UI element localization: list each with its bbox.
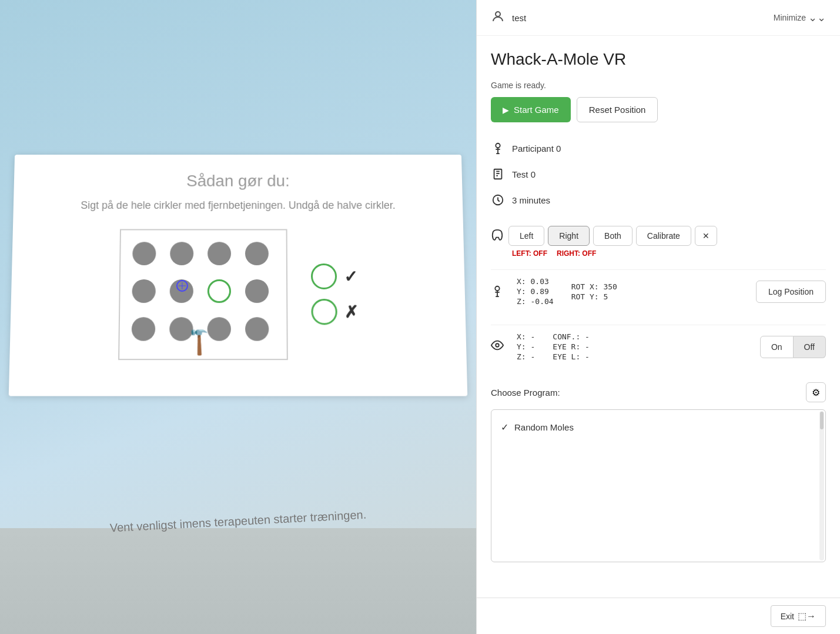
example-correct: ✓: [310, 263, 357, 289]
rot-y: ROT Y: 5: [571, 292, 617, 301]
both-button[interactable]: Both: [593, 226, 632, 246]
close-controller-button[interactable]: ✕: [695, 226, 717, 246]
clipboard-icon: [491, 167, 505, 181]
test-name: Test 0: [512, 169, 536, 179]
crosshair: [176, 280, 188, 292]
left-label: Left: [520, 231, 533, 241]
grid-dot: [132, 279, 155, 303]
eye-z: Z: -: [517, 352, 535, 361]
calibrate-button[interactable]: Calibrate: [636, 226, 691, 246]
program-item[interactable]: ✓ Random Moles: [498, 417, 818, 438]
left-status: LEFT: OFF: [512, 249, 547, 258]
participant-name: Participant 0: [512, 144, 561, 154]
duration-row: 3 minutes: [491, 188, 826, 212]
participant-row: Participant 0: [491, 136, 826, 160]
status-text: Game is ready.: [491, 81, 826, 90]
eye-off-button[interactable]: Off: [794, 336, 826, 358]
grid-dot: [245, 279, 269, 303]
eye-off-label: Off: [804, 342, 815, 352]
vr-panel: Sådan gør du: Sigt på de hele cirkler me…: [0, 0, 476, 634]
right-label: Right: [559, 231, 578, 241]
program-settings-button[interactable]: ⚙: [806, 382, 826, 402]
start-game-button[interactable]: ▶ Start Game: [491, 97, 571, 122]
minimize-label: Minimize: [774, 13, 806, 22]
app-title: Whack-A-Mole VR: [491, 50, 826, 69]
pos-x: X: 0.03: [517, 277, 554, 286]
svg-point-14: [496, 343, 499, 347]
program-section: Choose Program: ⚙ ✓ Random Moles: [491, 382, 826, 562]
participant-icon: [491, 141, 505, 155]
eye-y: Y: -: [517, 342, 535, 351]
log-position-button[interactable]: Log Position: [756, 281, 826, 303]
username: test: [512, 13, 526, 23]
user-icon: [491, 9, 507, 26]
instruction-subtitle: Sigt på de hele cirkler med fjernbetjeni…: [36, 199, 439, 212]
example-circle-wrong: [311, 299, 337, 325]
program-check-icon: ✓: [501, 422, 508, 433]
eye-data: CONF.: - EYE R: - EYE L: -: [553, 332, 590, 361]
panel-content: Whack-A-Mole VR Game is ready. ▶ Start G…: [477, 36, 840, 598]
program-list: ✓ Random Moles: [491, 409, 826, 562]
cross-mark: ✗: [344, 302, 358, 322]
chevron-down-icon: ⌄⌄: [808, 11, 826, 24]
floor: [0, 528, 476, 634]
panel-header: test Minimize ⌄⌄: [477, 0, 840, 36]
mole-grid: 🔨: [118, 229, 288, 360]
program-label: Choose Program:: [491, 388, 560, 398]
clock-icon: [491, 193, 505, 207]
calibrate-label: Calibrate: [647, 231, 680, 241]
scrollbar-thumb: [820, 412, 824, 429]
svg-point-10: [495, 286, 499, 290]
start-game-label: Start Game: [514, 105, 559, 115]
example-wrong: ✗: [311, 299, 358, 325]
eye-on-label: On: [771, 342, 782, 352]
rotation-coords: ROT X: 350 ROT Y: 5: [571, 282, 617, 301]
duration-value: 3 minutes: [512, 195, 550, 205]
user-info: test: [491, 9, 526, 26]
reset-position-button[interactable]: Reset Position: [577, 97, 658, 122]
reset-position-label: Reset Position: [589, 105, 646, 115]
position-section: X: 0.03 Y: 0.89 Z: -0.04 ROT X: 350 ROT …: [491, 269, 826, 313]
log-position-label: Log Position: [768, 287, 814, 296]
pos-z: Z: -0.04: [517, 297, 554, 306]
position-icon: [491, 285, 505, 299]
grid-dot: [131, 317, 155, 341]
grid-dot: [245, 242, 268, 265]
test-row: Test 0: [491, 162, 826, 186]
eye-x: X: -: [517, 332, 535, 341]
pos-y: Y: 0.89: [517, 287, 554, 296]
program-list-inner: ✓ Random Moles: [491, 410, 825, 445]
example-circle-correct: [310, 263, 336, 289]
exit-icon: ⬚→: [798, 610, 816, 622]
eye-r: EYE R: -: [553, 342, 590, 351]
grid-dot: [208, 242, 231, 265]
controller-section: Left Right Both Calibrate ✕ LEFT: OFF RI…: [491, 226, 826, 258]
left-button[interactable]: Left: [508, 226, 544, 246]
play-icon: ▶: [503, 105, 509, 115]
eye-icon: [491, 339, 505, 355]
controller-status: LEFT: OFF RIGHT: OFF: [512, 249, 826, 258]
eye-coords: X: - Y: - Z: -: [517, 332, 535, 361]
controller-icon: [491, 229, 505, 243]
grid-dot-active: [207, 279, 230, 303]
exit-label: Exit: [781, 612, 794, 621]
eye-conf: CONF.: -: [553, 332, 590, 341]
svg-point-0: [496, 12, 500, 16]
instruction-title: Sådan gør du:: [37, 172, 439, 190]
eye-buttons: On Off: [760, 336, 826, 358]
right-button[interactable]: Right: [548, 226, 590, 246]
instruction-card: Sådan gør du: Sigt på de hele cirkler me…: [9, 155, 467, 396]
grid-dot: [132, 242, 156, 265]
game-demo: 🔨 ✓ ✗: [34, 229, 443, 360]
panel-footer: Exit ⬚→: [477, 598, 840, 634]
eye-on-button[interactable]: On: [760, 336, 794, 358]
info-section: Participant 0 Test 0: [491, 136, 826, 212]
program-name: Random Moles: [514, 422, 574, 432]
examples: ✓ ✗: [310, 263, 357, 325]
eye-section: X: - Y: - Z: - CONF.: - EYE R: - EYE L: …: [491, 325, 826, 368]
exit-button[interactable]: Exit ⬚→: [771, 605, 826, 627]
control-panel: test Minimize ⌄⌄ Whack-A-Mole VR Game is…: [476, 0, 840, 634]
position-coords: X: 0.03 Y: 0.89 Z: -0.04: [517, 277, 554, 306]
scrollbar[interactable]: [819, 411, 824, 560]
minimize-button[interactable]: Minimize ⌄⌄: [774, 11, 826, 24]
